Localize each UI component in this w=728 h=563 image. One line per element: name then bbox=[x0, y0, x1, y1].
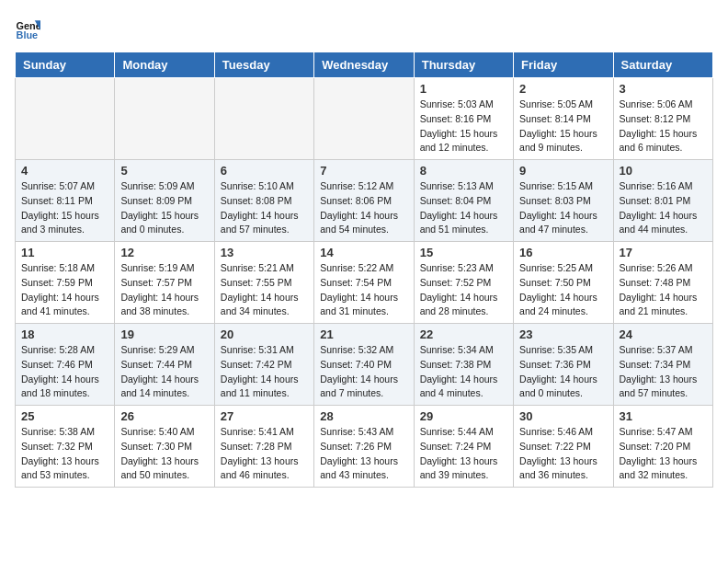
calendar-week-row: 1Sunrise: 5:03 AM Sunset: 8:16 PM Daylig… bbox=[16, 78, 713, 160]
calendar-cell: 14Sunrise: 5:22 AM Sunset: 7:54 PM Dayli… bbox=[314, 242, 414, 324]
day-number: 4 bbox=[21, 164, 108, 178]
calendar-cell: 7Sunrise: 5:12 AM Sunset: 8:06 PM Daylig… bbox=[314, 160, 414, 242]
day-number: 16 bbox=[519, 246, 607, 259]
day-info: Sunrise: 5:31 AM Sunset: 7:42 PM Dayligh… bbox=[221, 343, 308, 401]
day-number: 24 bbox=[620, 327, 707, 341]
calendar-cell: 20Sunrise: 5:31 AM Sunset: 7:42 PM Dayli… bbox=[214, 324, 313, 406]
weekday-header: Saturday bbox=[613, 52, 712, 78]
day-info: Sunrise: 5:16 AM Sunset: 8:01 PM Dayligh… bbox=[620, 179, 707, 237]
day-number: 21 bbox=[320, 327, 407, 341]
calendar-cell: 3Sunrise: 5:06 AM Sunset: 8:12 PM Daylig… bbox=[613, 78, 712, 160]
calendar-cell: 5Sunrise: 5:09 AM Sunset: 8:09 PM Daylig… bbox=[115, 160, 214, 242]
logo: General Blue bbox=[15, 15, 44, 40]
day-info: Sunrise: 5:18 AM Sunset: 7:59 PM Dayligh… bbox=[21, 261, 108, 319]
day-info: Sunrise: 5:37 AM Sunset: 7:34 PM Dayligh… bbox=[620, 343, 707, 401]
svg-text:Blue: Blue bbox=[17, 29, 39, 40]
calendar-cell: 27Sunrise: 5:41 AM Sunset: 7:28 PM Dayli… bbox=[214, 406, 313, 488]
day-info: Sunrise: 5:41 AM Sunset: 7:28 PM Dayligh… bbox=[221, 425, 308, 483]
calendar-cell: 6Sunrise: 5:10 AM Sunset: 8:08 PM Daylig… bbox=[214, 160, 313, 242]
day-info: Sunrise: 5:05 AM Sunset: 8:14 PM Dayligh… bbox=[519, 98, 607, 155]
day-info: Sunrise: 5:03 AM Sunset: 8:16 PM Dayligh… bbox=[420, 98, 507, 155]
weekday-header: Wednesday bbox=[314, 52, 414, 78]
day-info: Sunrise: 5:06 AM Sunset: 8:12 PM Dayligh… bbox=[620, 98, 707, 155]
day-info: Sunrise: 5:29 AM Sunset: 7:44 PM Dayligh… bbox=[120, 343, 208, 401]
day-number: 7 bbox=[320, 164, 407, 178]
day-number: 27 bbox=[221, 409, 308, 423]
calendar-cell: 1Sunrise: 5:03 AM Sunset: 8:16 PM Daylig… bbox=[414, 78, 513, 160]
calendar-cell bbox=[16, 78, 115, 160]
calendar-cell: 31Sunrise: 5:47 AM Sunset: 7:20 PM Dayli… bbox=[613, 406, 712, 488]
calendar-cell: 9Sunrise: 5:15 AM Sunset: 8:03 PM Daylig… bbox=[514, 160, 613, 242]
day-info: Sunrise: 5:07 AM Sunset: 8:11 PM Dayligh… bbox=[21, 179, 108, 237]
day-number: 31 bbox=[620, 409, 707, 423]
day-number: 9 bbox=[519, 164, 607, 178]
page-header: General Blue bbox=[15, 15, 713, 40]
day-info: Sunrise: 5:25 AM Sunset: 7:50 PM Dayligh… bbox=[519, 261, 607, 319]
day-info: Sunrise: 5:10 AM Sunset: 8:08 PM Dayligh… bbox=[221, 179, 308, 237]
calendar-cell: 4Sunrise: 5:07 AM Sunset: 8:11 PM Daylig… bbox=[16, 160, 115, 242]
calendar-cell: 22Sunrise: 5:34 AM Sunset: 7:38 PM Dayli… bbox=[414, 324, 513, 406]
day-info: Sunrise: 5:15 AM Sunset: 8:03 PM Dayligh… bbox=[519, 179, 607, 237]
calendar-cell: 12Sunrise: 5:19 AM Sunset: 7:57 PM Dayli… bbox=[115, 242, 214, 324]
day-info: Sunrise: 5:28 AM Sunset: 7:46 PM Dayligh… bbox=[21, 343, 108, 401]
calendar-week-row: 11Sunrise: 5:18 AM Sunset: 7:59 PM Dayli… bbox=[16, 242, 713, 324]
calendar-cell: 17Sunrise: 5:26 AM Sunset: 7:48 PM Dayli… bbox=[613, 242, 712, 324]
day-number: 13 bbox=[221, 246, 308, 259]
calendar-table: SundayMondayTuesdayWednesdayThursdayFrid… bbox=[15, 52, 713, 488]
day-info: Sunrise: 5:40 AM Sunset: 7:30 PM Dayligh… bbox=[120, 425, 208, 483]
calendar-cell: 24Sunrise: 5:37 AM Sunset: 7:34 PM Dayli… bbox=[613, 324, 712, 406]
day-number: 20 bbox=[221, 327, 308, 341]
day-info: Sunrise: 5:12 AM Sunset: 8:06 PM Dayligh… bbox=[320, 179, 407, 237]
day-info: Sunrise: 5:46 AM Sunset: 7:22 PM Dayligh… bbox=[519, 425, 607, 483]
day-info: Sunrise: 5:34 AM Sunset: 7:38 PM Dayligh… bbox=[420, 343, 507, 401]
day-number: 10 bbox=[620, 164, 707, 178]
calendar-cell: 23Sunrise: 5:35 AM Sunset: 7:36 PM Dayli… bbox=[514, 324, 613, 406]
day-number: 6 bbox=[221, 164, 308, 178]
day-number: 23 bbox=[519, 327, 607, 341]
day-number: 18 bbox=[21, 327, 108, 341]
day-number: 2 bbox=[519, 82, 607, 96]
calendar-cell: 30Sunrise: 5:46 AM Sunset: 7:22 PM Dayli… bbox=[514, 406, 613, 488]
day-number: 30 bbox=[519, 409, 607, 423]
day-number: 11 bbox=[21, 246, 108, 259]
day-info: Sunrise: 5:22 AM Sunset: 7:54 PM Dayligh… bbox=[320, 261, 407, 319]
calendar-cell: 26Sunrise: 5:40 AM Sunset: 7:30 PM Dayli… bbox=[115, 406, 214, 488]
calendar-week-row: 18Sunrise: 5:28 AM Sunset: 7:46 PM Dayli… bbox=[16, 324, 713, 406]
day-number: 28 bbox=[320, 409, 407, 423]
weekday-header: Thursday bbox=[414, 52, 513, 78]
calendar-cell: 28Sunrise: 5:43 AM Sunset: 7:26 PM Dayli… bbox=[314, 406, 414, 488]
day-info: Sunrise: 5:47 AM Sunset: 7:20 PM Dayligh… bbox=[620, 425, 707, 483]
calendar-cell bbox=[314, 78, 414, 160]
day-info: Sunrise: 5:44 AM Sunset: 7:24 PM Dayligh… bbox=[420, 425, 507, 483]
calendar-cell: 8Sunrise: 5:13 AM Sunset: 8:04 PM Daylig… bbox=[414, 160, 513, 242]
calendar-cell: 15Sunrise: 5:23 AM Sunset: 7:52 PM Dayli… bbox=[414, 242, 513, 324]
weekday-header: Friday bbox=[514, 52, 613, 78]
day-number: 17 bbox=[620, 246, 707, 259]
calendar-header-row: SundayMondayTuesdayWednesdayThursdayFrid… bbox=[16, 52, 713, 78]
day-info: Sunrise: 5:13 AM Sunset: 8:04 PM Dayligh… bbox=[420, 179, 507, 237]
calendar-cell: 19Sunrise: 5:29 AM Sunset: 7:44 PM Dayli… bbox=[115, 324, 214, 406]
calendar-cell: 29Sunrise: 5:44 AM Sunset: 7:24 PM Dayli… bbox=[414, 406, 513, 488]
day-info: Sunrise: 5:43 AM Sunset: 7:26 PM Dayligh… bbox=[320, 425, 407, 483]
day-info: Sunrise: 5:26 AM Sunset: 7:48 PM Dayligh… bbox=[620, 261, 707, 319]
day-info: Sunrise: 5:21 AM Sunset: 7:55 PM Dayligh… bbox=[221, 261, 308, 319]
calendar-cell: 10Sunrise: 5:16 AM Sunset: 8:01 PM Dayli… bbox=[613, 160, 712, 242]
weekday-header: Sunday bbox=[16, 52, 115, 78]
day-number: 3 bbox=[620, 82, 707, 96]
day-number: 22 bbox=[420, 327, 507, 341]
day-number: 25 bbox=[21, 409, 108, 423]
weekday-header: Monday bbox=[115, 52, 214, 78]
day-number: 29 bbox=[420, 409, 507, 423]
day-number: 1 bbox=[420, 82, 507, 96]
calendar-cell: 16Sunrise: 5:25 AM Sunset: 7:50 PM Dayli… bbox=[514, 242, 613, 324]
day-info: Sunrise: 5:23 AM Sunset: 7:52 PM Dayligh… bbox=[420, 261, 507, 319]
logo-icon: General Blue bbox=[15, 15, 40, 40]
day-number: 5 bbox=[120, 164, 208, 178]
weekday-header: Tuesday bbox=[214, 52, 313, 78]
day-number: 19 bbox=[120, 327, 208, 341]
day-number: 14 bbox=[320, 246, 407, 259]
calendar-cell: 13Sunrise: 5:21 AM Sunset: 7:55 PM Dayli… bbox=[214, 242, 313, 324]
day-number: 26 bbox=[120, 409, 208, 423]
day-number: 8 bbox=[420, 164, 507, 178]
calendar-week-row: 25Sunrise: 5:38 AM Sunset: 7:32 PM Dayli… bbox=[16, 406, 713, 488]
